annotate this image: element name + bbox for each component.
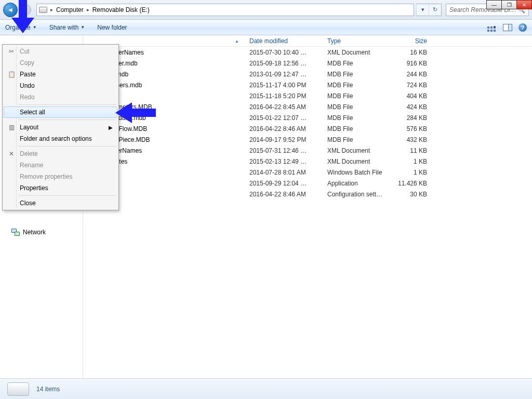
- menu-close[interactable]: Close: [4, 197, 117, 209]
- window-controls: — ❐ ✕: [487, 0, 532, 9]
- file-size: 576 KB: [390, 125, 431, 132]
- annotation-arrow-organize: [11, 0, 34, 33]
- file-size: 11 KB: [390, 147, 431, 154]
- file-date: 2016-04-22 8:46 AM: [249, 125, 327, 132]
- file-date: 2015-11-17 4:00 PM: [249, 82, 327, 89]
- svg-marker-1: [115, 102, 156, 123]
- file-row[interactable]: ob WorkFlow.MDB2016-04-22 8:46 AMMDB Fil…: [94, 123, 532, 134]
- file-row[interactable]: assist2016-04-22 8:46 AMConfiguration se…: [94, 189, 532, 200]
- file-row[interactable]: e.mdb2015-11-18 5:20 PMMDB File404 KB: [94, 90, 532, 101]
- file-type: MDB File: [327, 136, 390, 143]
- menu-paste[interactable]: 📋Paste: [4, 69, 117, 80]
- file-size: 432 KB: [390, 136, 431, 143]
- file-size: 30 KB: [390, 191, 431, 198]
- minimize-button[interactable]: —: [486, 0, 502, 9]
- file-row[interactable]: ob WorkPiece.MDB2014-09-17 9:52 PMMDB Fi…: [94, 134, 532, 145]
- file-row[interactable]: assist2014-07-28 8:01 AMWindows Batch Fi…: [94, 167, 532, 178]
- file-type: MDB File: [327, 125, 390, 132]
- menu-select-all[interactable]: Select all: [4, 107, 117, 118]
- crumb-computer[interactable]: Computer: [56, 6, 84, 14]
- clipboard-icon: 📋: [7, 70, 16, 78]
- help-button[interactable]: ?: [518, 23, 527, 32]
- file-date: 2016-04-22 8:46 AM: [249, 191, 327, 198]
- menu-layout[interactable]: ▥Layout▶: [4, 122, 117, 133]
- file-type: Configuration sett…: [327, 191, 390, 198]
- drive-icon: [39, 7, 47, 13]
- file-size: 916 KB: [390, 60, 431, 67]
- nav-bar: ◄ ► ▸ Computer ▸ Removable Disk (E:) ▾ ↻…: [0, 0, 532, 20]
- file-type: MDB File: [327, 82, 390, 89]
- file-row[interactable]: _RegisterNames2015-07-31 12:46 …XML Docu…: [94, 145, 532, 156]
- menu-folder-options[interactable]: Folder and search options: [4, 133, 117, 144]
- file-date: 2015-09-29 12:04 …: [249, 180, 327, 187]
- column-date[interactable]: Date modified: [249, 37, 327, 45]
- menu-remove-properties[interactable]: Remove properties: [4, 171, 117, 182]
- new-folder-button[interactable]: New folder: [97, 24, 127, 31]
- submenu-arrow-icon: ▶: [109, 125, 113, 130]
- share-with-button[interactable]: Share with▼: [49, 24, 85, 31]
- file-date: 2014-07-28 8:01 AM: [249, 169, 327, 176]
- menu-copy[interactable]: Copy: [4, 57, 117, 69]
- svg-marker-0: [11, 0, 34, 33]
- file-size: 244 KB: [390, 71, 431, 78]
- file-type: XML Document: [327, 147, 390, 154]
- file-row[interactable]: ob Scheduler.mdb2015-01-22 12:07 …MDB Fi…: [94, 112, 532, 123]
- file-row[interactable]: assist2015-09-29 12:04 …Application11.42…: [94, 178, 532, 189]
- file-type: MDB File: [327, 60, 390, 67]
- menu-rename[interactable]: Rename: [4, 159, 117, 171]
- delete-icon: ✕: [7, 150, 16, 158]
- file-date: 2015-07-30 10:40 …: [249, 49, 327, 56]
- sidebar-item-label: Network: [23, 229, 46, 236]
- file-row[interactable]: ob Parameters.MDB2016-04-22 8:45 AMMDB F…: [94, 101, 532, 112]
- file-row[interactable]: ob Env.mdb2013-01-09 12:47 …MDB File244 …: [94, 69, 532, 79]
- menu-properties[interactable]: Properties: [4, 182, 117, 194]
- menu-delete[interactable]: ✕Delete: [4, 148, 117, 159]
- file-type: Application: [327, 180, 390, 187]
- file-size: 1 KB: [390, 158, 431, 165]
- file-date: 2015-09-18 12:56 …: [249, 60, 327, 67]
- file-list: ▲ Date modified Type Size t_RegisterName…: [83, 35, 532, 378]
- file-date: 2014-09-17 9:52 PM: [249, 136, 327, 143]
- address-dropdown-button[interactable]: ▾: [416, 4, 429, 16]
- file-size: 724 KB: [390, 82, 431, 89]
- preview-pane-button[interactable]: [503, 24, 512, 31]
- column-headers: ▲ Date modified Type Size: [94, 35, 532, 47]
- organize-dropdown-menu: ✂Cut Copy 📋Paste Undo Redo Select all ▥L…: [2, 44, 119, 210]
- menu-cut[interactable]: ✂Cut: [4, 46, 117, 57]
- dropdown-icon: ▼: [493, 25, 497, 30]
- file-date: 2015-02-13 12:49 …: [249, 158, 327, 165]
- grid-icon: [487, 26, 489, 29]
- file-row[interactable]: ob Grippers.mdb2015-11-17 4:00 PMMDB Fil…: [94, 79, 532, 90]
- layout-icon: ▥: [7, 123, 16, 131]
- file-size: 284 KB: [390, 114, 431, 122]
- menu-redo[interactable]: Redo: [4, 91, 117, 103]
- address-tools: ▾ ↻: [416, 4, 442, 16]
- file-row[interactable]: t_RegisterNames2015-07-30 10:40 …XML Doc…: [94, 47, 532, 58]
- column-type[interactable]: Type: [327, 37, 390, 45]
- file-type: MDB File: [327, 114, 390, 122]
- dropdown-icon: ▼: [81, 25, 85, 30]
- menu-undo[interactable]: Undo: [4, 80, 117, 91]
- crumb-separator: ▸: [50, 7, 53, 12]
- close-window-button[interactable]: ✕: [516, 0, 532, 9]
- crumb-separator: ▸: [87, 7, 89, 12]
- column-size[interactable]: Size: [390, 37, 431, 45]
- file-size: 424 KB: [390, 103, 431, 111]
- file-row[interactable]: ob Caliber.mdb2015-09-18 12:56 …MDB File…: [94, 58, 532, 69]
- view-options-button[interactable]: ▼: [487, 25, 497, 30]
- status-bar: 14 items: [0, 378, 532, 399]
- file-row[interactable]: eTemplates2015-02-13 12:49 …XML Document…: [94, 156, 532, 167]
- crumb-drive[interactable]: Removable Disk (E:): [92, 6, 150, 14]
- toolbar: Organize▼ Share with▼ New folder ▼ ?: [0, 20, 532, 35]
- file-type: XML Document: [327, 49, 390, 56]
- drive-icon: [7, 382, 29, 396]
- status-text: 14 items: [36, 385, 60, 393]
- file-type: XML Document: [327, 158, 390, 165]
- refresh-button[interactable]: ↻: [429, 4, 441, 16]
- file-date: 2015-11-18 5:20 PM: [249, 92, 327, 100]
- sidebar-item-network[interactable]: Network: [2, 227, 81, 238]
- file-date: 2015-07-31 12:46 …: [249, 147, 327, 154]
- address-bar[interactable]: ▸ Computer ▸ Removable Disk (E:): [36, 4, 414, 16]
- file-size: 16 KB: [390, 49, 431, 56]
- maximize-button[interactable]: ❐: [501, 0, 517, 9]
